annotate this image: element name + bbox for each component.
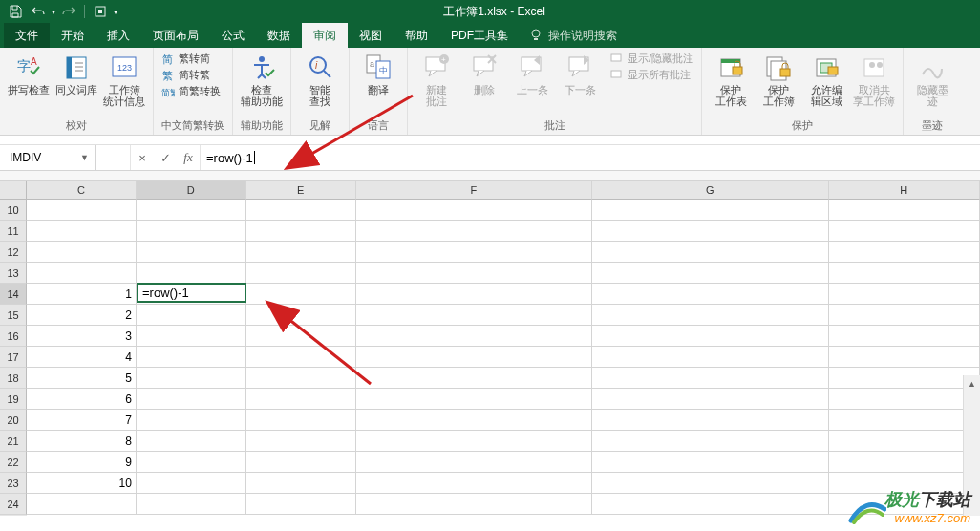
cell-H18[interactable]	[829, 368, 980, 389]
cell-G16[interactable]	[592, 326, 828, 347]
row-header-13[interactable]: 13	[0, 263, 27, 284]
undo-dropdown-icon[interactable]: ▾	[52, 8, 55, 16]
menu-formulas[interactable]: 公式	[210, 23, 256, 48]
cell-H17[interactable]	[829, 347, 980, 368]
cell-C17[interactable]: 4	[27, 347, 137, 368]
cell-G24[interactable]	[592, 494, 828, 515]
row-header-22[interactable]: 22	[0, 452, 27, 473]
cell-D13[interactable]	[137, 263, 246, 284]
new-comment-button[interactable]: + 新建 批注	[415, 52, 458, 107]
allow-edit-ranges-button[interactable]: 允许编 辑区域	[805, 52, 847, 107]
chinese-convert-button[interactable]: 简繁简繁转换	[161, 84, 221, 98]
cell-E20[interactable]	[246, 410, 356, 431]
cell-H14[interactable]	[829, 284, 980, 305]
cell-D17[interactable]	[137, 347, 246, 368]
unshare-workbook-button[interactable]: 取消共 享工作簿	[853, 52, 895, 107]
cell-H20[interactable]	[829, 410, 980, 431]
row-header-19[interactable]: 19	[0, 389, 27, 410]
translate-button[interactable]: a中 翻译	[357, 52, 399, 96]
cell-E13[interactable]	[246, 263, 356, 284]
cell-H21[interactable]	[829, 431, 980, 452]
hide-ink-button[interactable]: 隐藏墨 迹	[911, 52, 953, 107]
cell-C15[interactable]: 2	[27, 305, 137, 326]
menu-file[interactable]: 文件	[4, 23, 50, 48]
row-header-21[interactable]: 21	[0, 431, 27, 452]
cell-D20[interactable]	[137, 410, 246, 431]
smart-lookup-button[interactable]: i 智能 查找	[299, 52, 341, 107]
cell-D22[interactable]	[137, 452, 246, 473]
cell-C14[interactable]: 1	[27, 284, 137, 305]
scroll-up-icon[interactable]: ▲	[964, 375, 980, 393]
cell-H16[interactable]	[829, 326, 980, 347]
cell-F22[interactable]	[356, 452, 592, 473]
undo-icon[interactable]	[29, 2, 48, 21]
cell-D19[interactable]	[137, 389, 246, 410]
workbook-stats-button[interactable]: 123 工作簿 统计信息	[103, 52, 145, 107]
cell-G18[interactable]	[592, 368, 828, 389]
cell-F20[interactable]	[356, 410, 592, 431]
cell-E23[interactable]	[246, 473, 356, 494]
cell-F12[interactable]	[356, 242, 592, 263]
cell-E24[interactable]	[246, 494, 356, 515]
menu-insert[interactable]: 插入	[96, 23, 141, 48]
cell-E14[interactable]	[246, 284, 356, 305]
protect-workbook-button[interactable]: 保护 工作簿	[757, 52, 799, 107]
cell-F13[interactable]	[356, 263, 592, 284]
cell-E12[interactable]	[246, 242, 356, 263]
col-header-D[interactable]: D	[137, 181, 246, 200]
row-header-23[interactable]: 23	[0, 473, 27, 494]
tell-me-search[interactable]: 操作说明搜索	[529, 23, 617, 48]
cell-F19[interactable]	[356, 389, 592, 410]
cell-G20[interactable]	[592, 410, 828, 431]
row-header-12[interactable]: 12	[0, 242, 27, 263]
menu-pagelayout[interactable]: 页面布局	[141, 23, 210, 48]
cell-F15[interactable]	[356, 305, 592, 326]
cell-G11[interactable]	[592, 221, 828, 242]
cell-F17[interactable]	[356, 347, 592, 368]
cell-E16[interactable]	[246, 326, 356, 347]
formula-input[interactable]: =row()-1	[200, 145, 980, 170]
select-all-corner[interactable]	[0, 181, 27, 200]
cell-G10[interactable]	[592, 200, 828, 221]
cell-C11[interactable]	[27, 221, 137, 242]
cell-D18[interactable]	[137, 368, 246, 389]
row-header-10[interactable]: 10	[0, 200, 27, 221]
cell-F16[interactable]	[356, 326, 592, 347]
touch-mode-icon[interactable]	[91, 2, 110, 21]
cell-G15[interactable]	[592, 305, 828, 326]
spreadsheet-grid[interactable]: 101112131415161718192021222324 CDEFGH 12…	[0, 181, 980, 516]
cell-H12[interactable]	[829, 242, 980, 263]
cell-E21[interactable]	[246, 431, 356, 452]
cell-H19[interactable]	[829, 389, 980, 410]
row-header-14[interactable]: 14	[0, 284, 27, 305]
row-header-24[interactable]: 24	[0, 494, 27, 515]
protect-sheet-button[interactable]: 保护 工作表	[710, 52, 752, 107]
cell-E11[interactable]	[246, 221, 356, 242]
cell-D21[interactable]	[137, 431, 246, 452]
thesaurus-button[interactable]: 同义词库	[55, 52, 97, 96]
menu-help[interactable]: 帮助	[394, 23, 439, 48]
cell-C24[interactable]	[27, 494, 137, 515]
menu-pdf[interactable]: PDF工具集	[439, 23, 520, 48]
prev-comment-button[interactable]: 上一条	[511, 52, 553, 96]
row-header-16[interactable]: 16	[0, 326, 27, 347]
check-accessibility-button[interactable]: 检查 辅助功能	[241, 52, 283, 107]
row-header-18[interactable]: 18	[0, 368, 27, 389]
cell-C21[interactable]: 8	[27, 431, 137, 452]
delete-comment-button[interactable]: 删除	[463, 52, 505, 96]
cell-E22[interactable]	[246, 452, 356, 473]
spellcheck-button[interactable]: 字A 拼写检查	[8, 52, 50, 96]
name-box-dropdown-icon[interactable]: ▼	[80, 153, 89, 162]
cell-C22[interactable]: 9	[27, 452, 137, 473]
simp-to-trad-button[interactable]: 繁简转繁	[161, 68, 221, 82]
cell-G22[interactable]	[592, 452, 828, 473]
cell-D15[interactable]	[137, 305, 246, 326]
menu-home[interactable]: 开始	[50, 23, 96, 48]
row-header-15[interactable]: 15	[0, 305, 27, 326]
cell-C13[interactable]	[27, 263, 137, 284]
show-hide-comment-button[interactable]: 显示/隐藏批注	[610, 52, 693, 66]
cancel-formula-button[interactable]: ×	[131, 151, 154, 165]
cell-H11[interactable]	[829, 221, 980, 242]
cell-H22[interactable]	[829, 452, 980, 473]
cell-F14[interactable]	[356, 284, 592, 305]
